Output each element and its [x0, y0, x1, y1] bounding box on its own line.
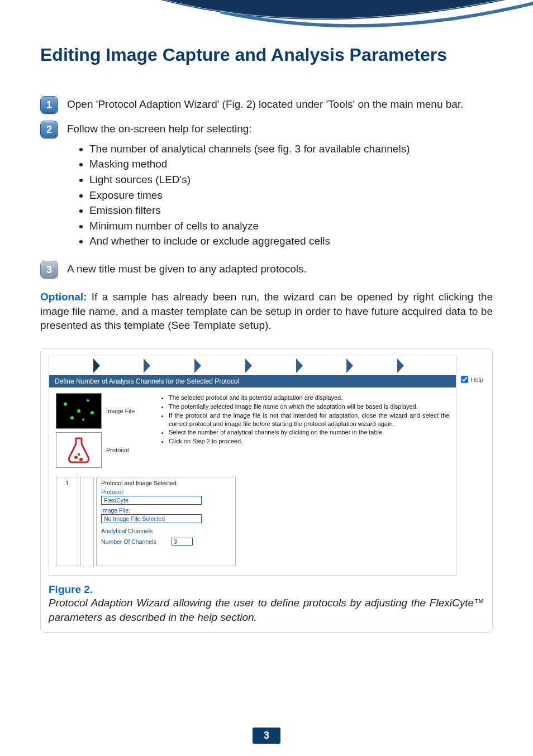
header-swoosh — [153, 0, 533, 56]
list-item: The selected protocol and its potential … — [169, 394, 449, 402]
list-item: Masking method — [89, 157, 493, 171]
figure-label-dot: . — [90, 583, 93, 595]
wizard-step-7[interactable]: Step 7 — [355, 358, 397, 373]
optional-paragraph: Optional: If a sample has already been r… — [40, 290, 493, 333]
help-checkbox[interactable]: Help — [461, 376, 483, 383]
wizard-step-4[interactable]: Step 4 — [203, 358, 245, 373]
step-badge-3: 3 — [40, 261, 58, 279]
imagefile-field-value[interactable]: No Image File Selected — [101, 514, 202, 523]
list-item: Exposure times — [89, 188, 493, 203]
protocol-field-label: Protocol: — [101, 489, 231, 495]
channels-section-label: Analytical Channels — [101, 528, 231, 534]
step-2-list: The number of analytical channels (see f… — [89, 142, 493, 248]
list-item: Minimum number of cells to analyze — [89, 219, 493, 233]
imagefile-field-label: Image File: — [101, 507, 231, 514]
step-row-3: 3 A new title must be given to any adapt… — [40, 261, 493, 279]
svg-point-2 — [78, 453, 80, 456]
step-text-2: Follow the on-screen help for selecting:… — [67, 121, 493, 254]
wizard-help-list: The selected protocol and its potential … — [160, 393, 449, 471]
figure-text: Protocol Adaption Wizard allowing the us… — [49, 596, 484, 624]
wizard-spacer-col — [80, 477, 94, 567]
wizard-steps-bar: Step 1 Step 2 Step 3 Step 4 Step 5 Step … — [49, 356, 456, 375]
step-row-2: 2 Follow the on-screen help for selectin… — [40, 121, 493, 254]
flask-icon — [66, 436, 92, 464]
page-number: 3 — [253, 728, 280, 744]
list-item: The potentially selected image file name… — [169, 403, 449, 411]
list-item: If the protocol and the image file is no… — [169, 412, 449, 428]
svg-point-1 — [79, 458, 83, 461]
figure-label: Figure 2 — [49, 583, 90, 595]
list-item: Click on Step 2 to proceed. — [169, 437, 449, 446]
wizard-selection-panel: Protocol and Image Selected Protocol: Fl… — [96, 477, 236, 566]
wizard-step-2[interactable]: Step 2 — [102, 358, 144, 373]
step-badge-1: 1 — [40, 96, 58, 114]
step-text-1: Open 'Protocol Adaption Wizard' (Fig. 2)… — [67, 96, 493, 112]
image-file-thumbnail — [56, 393, 102, 429]
protocol-thumbnail — [56, 432, 102, 468]
step-2-intro: Follow the on-screen help for selecting: — [67, 123, 252, 135]
wizard-step-6[interactable]: Step 6 — [305, 358, 347, 373]
wizard-subtitle-bar: Define Number of Analysis Channels for t… — [49, 375, 456, 387]
list-item: The number of analytical channels (see f… — [89, 142, 493, 156]
figure-caption: Figure 2. Protocol Adaption Wizard allow… — [49, 583, 484, 624]
protocol-field-value[interactable]: FlexiCyte — [101, 496, 202, 505]
wizard-row-number: 1 — [56, 477, 78, 566]
help-checkbox-label: Help — [470, 376, 483, 383]
channels-field-label: Number Of Channels — [101, 538, 168, 545]
image-file-label: Image File — [106, 408, 135, 414]
optional-text: If a sample has already been run, the wi… — [40, 291, 493, 331]
protocol-label: Protocol — [106, 447, 129, 453]
step-badge-2: 2 — [40, 121, 58, 138]
wizard-step-3[interactable]: Step 3 — [153, 358, 194, 373]
svg-point-0 — [74, 456, 78, 459]
list-item: And whether to include or exclude aggreg… — [89, 234, 493, 248]
channels-field-value[interactable]: 3 — [172, 538, 193, 546]
step-text-3: A new title must be given to any adapted… — [67, 261, 493, 276]
list-item: Light sources (LED's) — [89, 173, 493, 187]
list-item: Select the number of analytical channels… — [169, 428, 449, 437]
wizard-lower-panel: 1 Protocol and Image Selected Protocol: … — [49, 475, 456, 575]
help-checkbox-input[interactable] — [461, 376, 468, 383]
list-item: Emission filters — [89, 203, 493, 218]
panel-header: Protocol and Image Selected — [101, 480, 231, 486]
wizard-step-5[interactable]: Step 5 — [254, 358, 296, 373]
wizard-subtitle: Define Number of Analysis Channels for t… — [55, 377, 239, 385]
step-row-1: 1 Open 'Protocol Adaption Wizard' (Fig. … — [40, 96, 493, 114]
optional-label: Optional: — [40, 291, 87, 303]
figure-box: Step 1 Step 2 Step 3 Step 4 Step 5 Step … — [40, 348, 493, 633]
wizard-screenshot: Step 1 Step 2 Step 3 Step 4 Step 5 Step … — [49, 356, 456, 576]
wizard-thumb-column: Image File Protocol — [56, 393, 151, 471]
wizard-step-1[interactable]: Step 1 — [51, 358, 93, 373]
